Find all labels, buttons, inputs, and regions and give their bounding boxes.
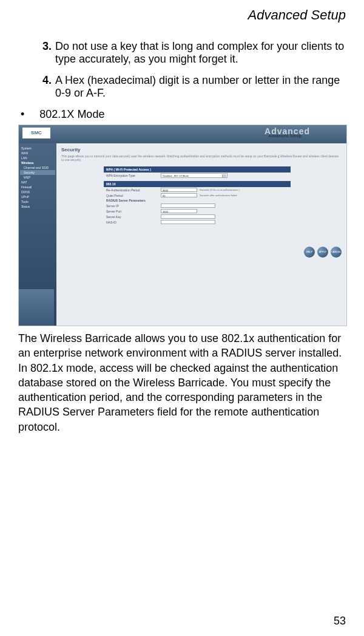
sidebar-subitem[interactable]: WEP — [20, 175, 55, 180]
list-number: 4. — [42, 74, 52, 100]
action-buttons: HELP APPLY CANCEL — [304, 247, 342, 258]
sidebar-item[interactable]: Status — [20, 204, 55, 209]
wpa-header: WPA ( Wi-Fi Protected Access ) — [104, 166, 291, 173]
list-item-3: 3. Do not use a key that is long and com… — [42, 40, 346, 66]
nasid-label: NAS-ID — [106, 221, 161, 224]
form-row: Server Port 1645 — [106, 208, 342, 214]
bullet-text: 802.1X Mode — [39, 108, 104, 120]
body-paragraph: The Wireless Barricade allows you to use… — [18, 331, 346, 434]
sidebar-item[interactable]: Tools — [20, 199, 55, 204]
apply-button[interactable]: APPLY — [317, 247, 328, 258]
quiet-note: Seconds after authentication failed — [200, 194, 237, 197]
sidebar-subitem[interactable]: Channel and SSID — [20, 165, 55, 170]
bullet-mark: • — [21, 108, 24, 120]
reauth-note: Seconds ( 0 for no re-authentication ) — [200, 188, 240, 191]
sidebar-item[interactable]: NAT — [20, 180, 55, 185]
cancel-button[interactable]: CANCEL — [331, 247, 342, 258]
wpa-encryption-label: WPA Encryption Type — [106, 174, 161, 177]
form-row: Re-Authentication Period 3600 Seconds ( … — [106, 187, 342, 193]
sidebar-item[interactable]: LAN — [20, 156, 55, 160]
sidebar-item[interactable]: DDNS — [20, 190, 55, 194]
form-row: Server IP — [106, 203, 342, 208]
server-port-input[interactable]: 1645 — [161, 209, 197, 213]
screenshot-main: Security This page allows you to transmi… — [56, 143, 346, 326]
wpa-encryption-select[interactable]: Disabled - 802.1X Mode — [161, 173, 228, 178]
quiet-input[interactable]: 60 — [161, 193, 197, 197]
x-header: 802.1X — [104, 181, 291, 187]
page-header: Advanced Setup — [18, 7, 346, 23]
sidebar-item[interactable]: WAN — [20, 151, 55, 156]
quiet-label: Quiet Period — [106, 194, 161, 197]
reauth-label: Re-Authentication Period — [106, 188, 161, 192]
router-screenshot: SMC Advanced Advanced Setup System WAN L… — [18, 125, 347, 326]
form-row: Quiet Period 60 Seconds after authentica… — [106, 193, 342, 198]
reauth-input[interactable]: 3600 — [161, 188, 197, 192]
form-row: RADIUS Server Parameters — [106, 198, 342, 203]
secret-key-input[interactable] — [161, 214, 215, 219]
list-number: 3. — [42, 40, 52, 66]
list-item-4: 4. A Hex (hexadecimal) digit is a number… — [42, 74, 346, 100]
form-row: NAS-ID — [106, 219, 342, 225]
form-row: Secret Key — [106, 214, 342, 219]
sidebar-item[interactable]: UPnP — [20, 194, 55, 199]
server-ip-label: Server IP — [106, 204, 161, 208]
advanced-setup-label: Advanced Setup — [268, 134, 302, 138]
server-ip-input[interactable] — [161, 203, 215, 208]
sidebar-item[interactable]: Firewall — [20, 185, 55, 190]
panel-description: This page allows you to transmit your da… — [61, 154, 342, 162]
sidebar-subitem-security[interactable]: Security — [20, 170, 55, 175]
nasid-input[interactable] — [161, 220, 215, 224]
bullet-item: • 802.1X Mode — [21, 108, 346, 121]
list-text: Do not use a key that is long and comple… — [55, 40, 346, 66]
list-text: A Hex (hexadecimal) digit is a number or… — [55, 74, 346, 100]
smc-logo: SMC — [22, 128, 50, 138]
sidebar-decorative-image — [19, 289, 54, 326]
page-number: 53 — [334, 615, 346, 627]
secret-key-label: Secret Key — [106, 215, 161, 219]
server-port-label: Server Port — [106, 210, 161, 213]
screenshot-topbar: SMC Advanced Advanced Setup — [19, 125, 346, 143]
radius-params-label: RADIUS Server Parameters — [106, 199, 161, 202]
sidebar-item-wireless[interactable]: Wireless — [20, 160, 55, 165]
screenshot-sidebar: System WAN LAN Wireless Channel and SSID… — [19, 143, 56, 326]
sidebar-item[interactable]: System — [20, 146, 55, 151]
help-button[interactable]: HELP — [304, 247, 315, 258]
wpa-row: WPA Encryption Type Disabled - 802.1X Mo… — [106, 173, 342, 179]
panel-title: Security — [61, 147, 342, 152]
